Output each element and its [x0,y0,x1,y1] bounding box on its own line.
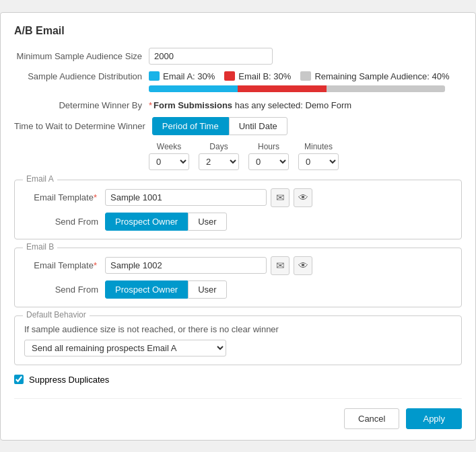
remaining-color-box [300,71,311,81]
min-sample-label: Minimum Sample Audience Size [14,51,149,61]
email-a-eye-icon-btn[interactable]: 👁 [294,188,312,207]
progress-email-a [149,85,238,92]
progress-remaining [327,85,445,92]
minutes-field: Minutes 0153045 [298,142,339,170]
email-b-template-wrap: ✉ 👁 [105,256,312,275]
weeks-field: Weeks 01234 [149,142,189,170]
email-b-template-label: Email Template* [24,260,105,270]
email-b-dist: Email B: 30% [224,71,291,81]
suppress-row: Suppress Duplicates [14,375,462,385]
hours-field: Hours 0123 [248,142,289,170]
email-a-template-input[interactable] [105,189,267,206]
time-label: Time to Wait to Determine Winner [14,121,152,131]
email-b-color-box [224,71,235,81]
cancel-button[interactable]: Cancel [344,408,399,429]
winner-star: * [149,100,152,110]
winner-row: Determine Winner By *Form Submissions ha… [14,100,462,110]
winner-text: *Form Submissions has any selected: Demo… [149,100,351,110]
default-behavior-title: Default Behavior [23,310,90,319]
until-date-btn[interactable]: Until Date [229,117,287,135]
email-b-eye-icon-btn[interactable]: 👁 [294,256,312,275]
period-of-time-btn[interactable]: Period of Time [152,117,229,135]
email-b-prospect-owner-btn[interactable]: Prospect Owner [105,280,188,299]
suppress-checkbox[interactable] [14,375,24,384]
email-a-title: Email A [23,174,57,184]
default-desc: If sample audience size is not reached, … [24,324,452,334]
email-a-section: Email A Email Template* ✉ 👁 Send From Pr… [14,180,462,239]
email-a-dist: Email A: 30% [149,71,215,81]
email-a-template-label: Email Template* [24,192,105,202]
winner-rest: has any selected: Demo Form [232,100,351,110]
email-a-template-row: Email Template* ✉ 👁 [24,188,452,207]
time-wait-row: Time to Wait to Determine Winner Period … [14,117,462,135]
dist-label: Sample Audience Distribution [14,71,149,81]
days-select[interactable]: 0123456 [199,153,239,170]
remaining-dist-label: Remaining Sample Audience: 40% [314,71,449,81]
min-sample-input[interactable] [149,48,273,65]
email-a-sendfrom-row: Send From Prospect Owner User [24,213,452,231]
winner-bold: Form Submissions [154,100,232,110]
minutes-label: Minutes [304,142,333,151]
default-behavior-select[interactable]: Send all remaining prospects Email A Sen… [24,340,226,356]
email-a-dist-label: Email A: 30% [163,71,215,81]
email-b-mail-icon-btn[interactable]: ✉ [271,256,290,275]
modal-footer: Cancel Apply [14,398,462,429]
winner-label: Determine Winner By [14,100,149,110]
email-b-user-btn[interactable]: User [188,280,226,299]
email-b-star: * [94,260,97,270]
email-a-sendfrom-btns: Prospect Owner User [105,213,227,231]
weeks-select[interactable]: 01234 [149,153,189,170]
email-a-template-wrap: ✉ 👁 [105,188,312,207]
remaining-dist: Remaining Sample Audience: 40% [300,71,449,81]
ab-email-modal: A/B Email Minimum Sample Audience Size S… [0,12,476,441]
min-sample-row: Minimum Sample Audience Size [14,48,462,65]
email-b-title: Email B [23,242,57,252]
hours-label: Hours [258,142,279,151]
email-a-mail-icon-btn[interactable]: ✉ [271,188,290,207]
modal-title: A/B Email [14,25,462,37]
email-a-star: * [94,192,97,202]
dist-items: Email A: 30% Email B: 30% Remaining Samp… [149,71,450,81]
days-field: Days 0123456 [199,142,239,170]
email-b-template-input[interactable] [105,257,267,274]
email-b-sendfrom-label: Send From [24,285,105,295]
apply-button[interactable]: Apply [406,408,462,429]
progress-email-b [238,85,327,92]
days-label: Days [209,142,228,151]
email-b-sendfrom-row: Send From Prospect Owner User [24,280,452,299]
time-btn-group: Period of Time Until Date [152,117,287,135]
default-select-wrap: Send all remaining prospects Email A Sen… [24,340,452,356]
email-b-dist-label: Email B: 30% [238,71,291,81]
email-a-user-btn[interactable]: User [188,213,226,231]
email-b-template-row: Email Template* ✉ 👁 [24,256,452,275]
time-fields: Weeks 01234 Days 0123456 Hours 0123 Minu… [149,142,462,170]
progress-bar [149,85,445,92]
email-b-sendfrom-btns: Prospect Owner User [105,280,227,299]
email-a-prospect-owner-btn[interactable]: Prospect Owner [105,213,188,231]
hours-select[interactable]: 0123 [248,153,289,170]
weeks-label: Weeks [157,142,181,151]
minutes-select[interactable]: 0153045 [298,153,339,170]
email-a-color-box [149,71,160,81]
email-a-sendfrom-label: Send From [24,217,105,227]
dist-row: Sample Audience Distribution Email A: 30… [14,71,462,81]
email-b-section: Email B Email Template* ✉ 👁 Send From Pr… [14,248,462,307]
suppress-label[interactable]: Suppress Duplicates [29,375,109,385]
default-behavior-section: Default Behavior If sample audience size… [14,315,462,365]
